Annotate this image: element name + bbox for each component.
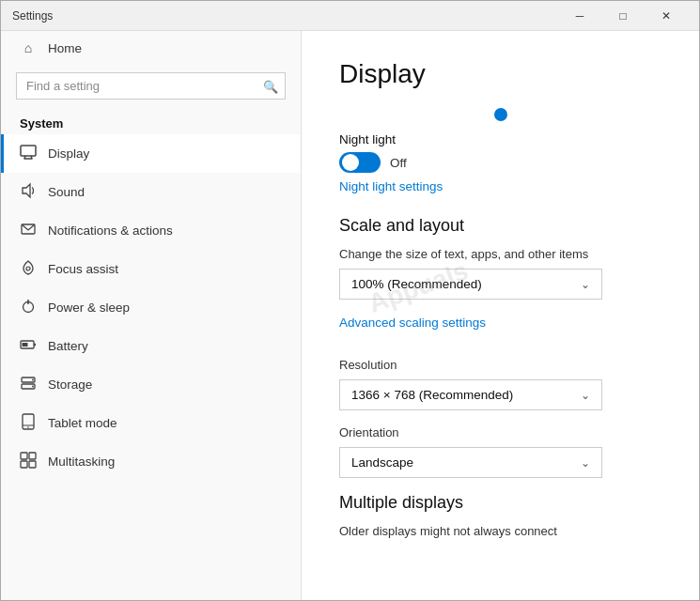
display-icon: [20, 144, 37, 163]
advanced-scaling-link[interactable]: Advanced scaling settings: [339, 316, 486, 330]
sidebar-item-sound[interactable]: Sound: [1, 173, 301, 211]
power-icon: [20, 298, 37, 317]
content-area: ⌂ Home 🔍 System: [1, 31, 699, 600]
orientation-value: Landscape: [351, 455, 413, 470]
sidebar-item-battery[interactable]: Battery: [1, 327, 301, 365]
sidebar-home-label: Home: [48, 41, 82, 55]
close-button[interactable]: ✕: [645, 1, 688, 31]
sidebar: ⌂ Home 🔍 System: [1, 31, 302, 600]
sidebar-sound-label: Sound: [48, 185, 85, 199]
home-icon: ⌂: [20, 40, 37, 55]
sidebar-item-multitasking[interactable]: Multitasking: [1, 442, 301, 481]
svg-rect-20: [29, 453, 36, 459]
svg-marker-4: [23, 184, 30, 197]
sidebar-power-label: Power & sleep: [48, 300, 130, 315]
orientation-dropdown[interactable]: Landscape ⌄: [339, 447, 602, 478]
sidebar-battery-label: Battery: [48, 339, 88, 353]
toggle-knob: [342, 154, 359, 171]
resolution-chevron-icon: ⌄: [581, 389, 590, 402]
sound-icon: [20, 182, 37, 202]
multiple-displays-sub: Older displays might not always connect: [339, 524, 661, 538]
svg-point-15: [32, 386, 34, 388]
sidebar-item-storage[interactable]: Storage: [1, 365, 301, 404]
multiple-displays-title: Multiple displays: [339, 493, 661, 513]
scale-chevron-icon: ⌄: [581, 278, 590, 291]
scale-section-title: Scale and layout: [339, 216, 661, 236]
sidebar-section-system: System: [1, 111, 301, 134]
sidebar-notifications-label: Notifications & actions: [48, 223, 173, 238]
title-bar: Settings ─ □ ✕: [1, 1, 699, 31]
night-light-state: Off: [390, 156, 407, 170]
window-title: Settings: [12, 9, 558, 23]
page-title: Display: [339, 59, 661, 89]
search-box: 🔍: [16, 72, 286, 100]
svg-rect-11: [34, 344, 36, 347]
tablet-icon: [20, 413, 37, 433]
night-light-toggle-row: Off: [339, 152, 661, 173]
svg-point-14: [32, 379, 34, 381]
svg-rect-21: [21, 461, 27, 468]
resolution-dropdown[interactable]: 1366 × 768 (Recommended) ⌄: [339, 379, 602, 410]
sidebar-focus-label: Focus assist: [48, 262, 118, 276]
window-controls: ─ □ ✕: [558, 1, 688, 31]
storage-icon: [20, 375, 37, 394]
sidebar-item-power[interactable]: Power & sleep: [1, 288, 301, 327]
sidebar-display-label: Display: [48, 146, 89, 161]
search-input[interactable]: [16, 72, 286, 100]
orientation-chevron-icon: ⌄: [581, 456, 590, 470]
monitor-indicator: [339, 108, 661, 121]
resolution-label: Resolution: [339, 358, 661, 372]
focus-icon: [20, 259, 37, 279]
scale-description: Change the size of text, apps, and other…: [339, 247, 661, 261]
monitor-dot: [494, 108, 507, 121]
sidebar-storage-label: Storage: [48, 378, 92, 392]
resolution-value: 1366 × 768 (Recommended): [351, 388, 513, 402]
sidebar-item-tablet[interactable]: Tablet mode: [1, 404, 301, 442]
settings-window: Settings ─ □ ✕ ⌂ Home 🔍 System: [0, 0, 700, 601]
svg-rect-10: [23, 343, 28, 347]
main-content: Display Night light Off Night light sett…: [302, 31, 699, 600]
sidebar-item-notifications[interactable]: Notifications & actions: [1, 211, 301, 250]
orientation-label: Orientation: [339, 425, 661, 439]
sidebar-item-display[interactable]: Display: [1, 134, 301, 173]
sidebar-tablet-label: Tablet mode: [48, 416, 117, 430]
multitasking-icon: [20, 452, 37, 471]
night-light-toggle[interactable]: [339, 152, 381, 173]
search-icon: 🔍: [263, 79, 278, 93]
svg-point-18: [27, 426, 29, 428]
svg-point-6: [26, 267, 30, 270]
battery-icon: [20, 336, 37, 356]
svg-rect-22: [29, 461, 36, 468]
scale-value: 100% (Recommended): [351, 277, 482, 291]
night-light-settings-link[interactable]: Night light settings: [339, 179, 443, 193]
sidebar-multitasking-label: Multitasking: [48, 455, 115, 469]
sidebar-item-focus[interactable]: Focus assist: [1, 250, 301, 288]
minimize-button[interactable]: ─: [558, 1, 601, 31]
sidebar-item-home[interactable]: ⌂ Home: [1, 31, 301, 65]
svg-rect-0: [21, 146, 36, 156]
night-light-label: Night light: [339, 132, 661, 146]
scale-dropdown[interactable]: 100% (Recommended) ⌄: [339, 269, 602, 300]
notifications-icon: [20, 221, 37, 240]
maximize-button[interactable]: □: [601, 1, 645, 31]
svg-rect-19: [21, 453, 27, 459]
